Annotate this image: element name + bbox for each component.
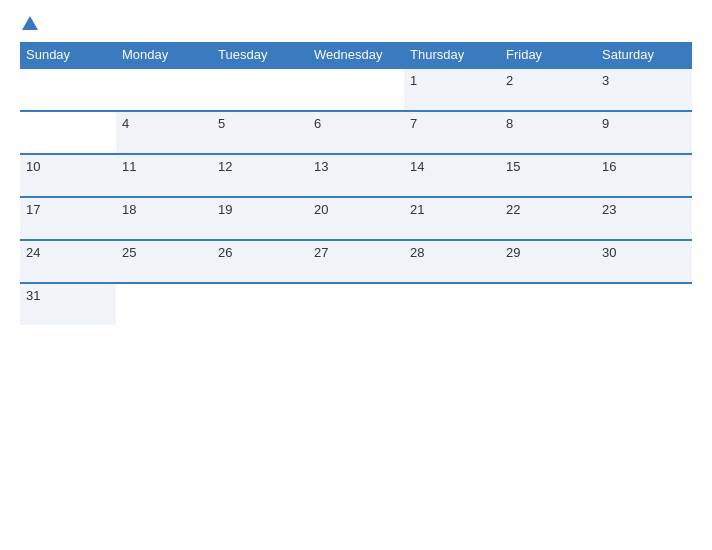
calendar-cell	[500, 283, 596, 325]
calendar-cell: 27	[308, 240, 404, 283]
calendar-table: SundayMondayTuesdayWednesdayThursdayFrid…	[20, 42, 692, 325]
calendar-cell: 6	[308, 111, 404, 154]
day-number: 21	[410, 202, 424, 217]
logo	[20, 16, 38, 32]
weekday-header-tuesday: Tuesday	[212, 42, 308, 68]
day-number: 14	[410, 159, 424, 174]
day-number: 17	[26, 202, 40, 217]
calendar-cell: 16	[596, 154, 692, 197]
weekday-header-wednesday: Wednesday	[308, 42, 404, 68]
week-row-4: 17181920212223	[20, 197, 692, 240]
calendar-cell: 31	[20, 283, 116, 325]
calendar-body: 1234567891011121314151617181920212223242…	[20, 68, 692, 325]
week-row-1: 123	[20, 68, 692, 111]
calendar-cell	[308, 283, 404, 325]
calendar-cell: 29	[500, 240, 596, 283]
calendar-cell: 11	[116, 154, 212, 197]
calendar-cell: 13	[308, 154, 404, 197]
day-number: 16	[602, 159, 616, 174]
weekday-header-monday: Monday	[116, 42, 212, 68]
calendar-cell: 20	[308, 197, 404, 240]
calendar-header: SundayMondayTuesdayWednesdayThursdayFrid…	[20, 42, 692, 68]
day-number: 30	[602, 245, 616, 260]
calendar-cell: 5	[212, 111, 308, 154]
day-number: 15	[506, 159, 520, 174]
day-number: 28	[410, 245, 424, 260]
day-number: 22	[506, 202, 520, 217]
calendar-cell: 4	[116, 111, 212, 154]
weekday-header-thursday: Thursday	[404, 42, 500, 68]
day-number: 25	[122, 245, 136, 260]
calendar-cell: 30	[596, 240, 692, 283]
calendar-cell: 14	[404, 154, 500, 197]
header	[20, 16, 692, 32]
day-number: 31	[26, 288, 40, 303]
day-number: 3	[602, 73, 609, 88]
calendar-cell	[20, 111, 116, 154]
calendar-cell	[308, 68, 404, 111]
calendar-cell	[116, 283, 212, 325]
calendar-cell: 2	[500, 68, 596, 111]
calendar-cell	[404, 283, 500, 325]
calendar-cell	[212, 283, 308, 325]
day-number: 29	[506, 245, 520, 260]
calendar-cell: 12	[212, 154, 308, 197]
week-row-5: 24252627282930	[20, 240, 692, 283]
week-row-6: 31	[20, 283, 692, 325]
day-number: 18	[122, 202, 136, 217]
weekday-header-friday: Friday	[500, 42, 596, 68]
calendar-cell	[596, 283, 692, 325]
calendar-page: SundayMondayTuesdayWednesdayThursdayFrid…	[0, 0, 712, 550]
calendar-cell	[212, 68, 308, 111]
calendar-cell	[20, 68, 116, 111]
calendar-cell: 3	[596, 68, 692, 111]
day-number: 27	[314, 245, 328, 260]
weekday-header-saturday: Saturday	[596, 42, 692, 68]
calendar-cell: 26	[212, 240, 308, 283]
calendar-cell: 19	[212, 197, 308, 240]
day-number: 10	[26, 159, 40, 174]
day-number: 23	[602, 202, 616, 217]
day-number: 26	[218, 245, 232, 260]
day-number: 19	[218, 202, 232, 217]
calendar-cell: 18	[116, 197, 212, 240]
day-number: 6	[314, 116, 321, 131]
day-number: 24	[26, 245, 40, 260]
calendar-cell: 21	[404, 197, 500, 240]
calendar-cell: 25	[116, 240, 212, 283]
calendar-cell: 28	[404, 240, 500, 283]
calendar-cell: 10	[20, 154, 116, 197]
day-number: 9	[602, 116, 609, 131]
day-number: 4	[122, 116, 129, 131]
calendar-cell: 17	[20, 197, 116, 240]
logo-triangle-icon	[22, 16, 38, 30]
day-number: 20	[314, 202, 328, 217]
calendar-cell: 1	[404, 68, 500, 111]
day-number: 8	[506, 116, 513, 131]
day-number: 11	[122, 159, 136, 174]
day-number: 1	[410, 73, 417, 88]
calendar-cell: 23	[596, 197, 692, 240]
day-number: 5	[218, 116, 225, 131]
weekday-header-sunday: Sunday	[20, 42, 116, 68]
calendar-cell: 15	[500, 154, 596, 197]
weekday-header-row: SundayMondayTuesdayWednesdayThursdayFrid…	[20, 42, 692, 68]
day-number: 7	[410, 116, 417, 131]
calendar-cell: 24	[20, 240, 116, 283]
week-row-3: 10111213141516	[20, 154, 692, 197]
calendar-cell: 7	[404, 111, 500, 154]
day-number: 13	[314, 159, 328, 174]
calendar-cell: 8	[500, 111, 596, 154]
week-row-2: 456789	[20, 111, 692, 154]
day-number: 2	[506, 73, 513, 88]
calendar-cell	[116, 68, 212, 111]
calendar-cell: 22	[500, 197, 596, 240]
day-number: 12	[218, 159, 232, 174]
calendar-cell: 9	[596, 111, 692, 154]
